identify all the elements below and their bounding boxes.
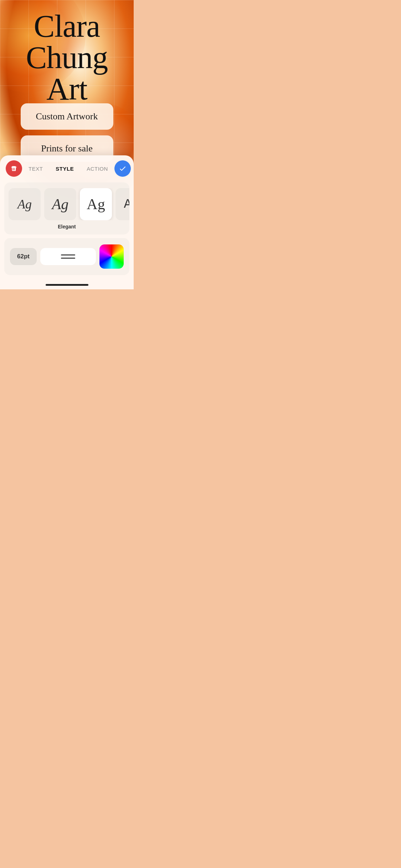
confirm-button[interactable] — [114, 160, 131, 177]
font-sample-2: Ag — [87, 196, 105, 213]
bottom-panel: TEXT STYLE ACTION Ag Ag Ag Ag A — [0, 155, 134, 289]
custom-artwork-button[interactable]: Custom Artwork — [21, 103, 113, 130]
title-line1: Clara — [34, 9, 100, 43]
checkmark-icon — [119, 165, 127, 172]
tab-action[interactable]: ACTION — [80, 163, 114, 175]
font-card-0[interactable]: Ag — [9, 188, 41, 220]
color-picker-button[interactable] — [99, 244, 124, 269]
align-line-1 — [61, 254, 75, 255]
font-scroll: Ag Ag Ag Ag Ag — [4, 188, 129, 220]
font-card-1[interactable]: Ag — [44, 188, 76, 220]
title-block: Clara Chung Art — [0, 11, 134, 105]
tab-text[interactable]: TEXT — [22, 163, 49, 175]
font-size-button[interactable]: 62pt — [10, 248, 37, 265]
home-indicator — [46, 284, 88, 286]
font-sample-0: Ag — [17, 197, 32, 212]
font-sample-1: Ag — [52, 196, 69, 213]
trash-icon — [10, 165, 17, 172]
font-name-label: Elegant — [4, 224, 129, 229]
tab-bar: TEXT STYLE ACTION — [0, 155, 134, 180]
text-align-button[interactable] — [40, 248, 96, 265]
delete-button[interactable] — [6, 160, 22, 177]
canvas-buttons-area: Custom Artwork Prints for sale — [0, 103, 134, 162]
title-line2: Chung Art — [26, 40, 108, 106]
title-text: Clara Chung Art — [4, 11, 130, 105]
tab-style[interactable]: STYLE — [49, 163, 80, 175]
font-sample-3: Ag — [124, 197, 129, 212]
font-picker-section: Ag Ag Ag Ag Ag Elegant — [4, 182, 129, 234]
controls-row: 62pt — [4, 238, 129, 275]
font-card-2[interactable]: Ag — [80, 188, 112, 220]
font-card-3[interactable]: Ag — [115, 188, 129, 220]
tabs-center: TEXT STYLE ACTION — [22, 163, 114, 175]
align-line-2 — [61, 258, 75, 259]
